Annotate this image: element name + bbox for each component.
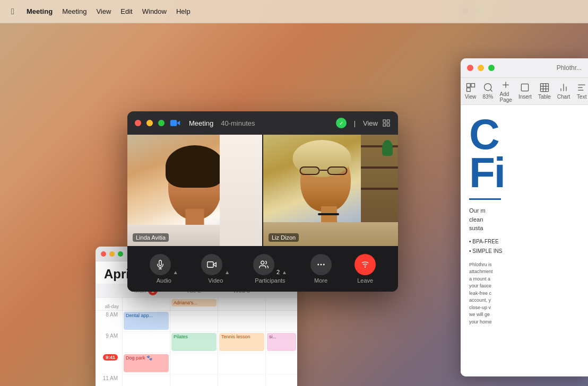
cal-dental-event[interactable]: Dental app...	[124, 312, 169, 330]
cal-10am-mon: Dog park 🐾	[122, 353, 170, 374]
menu-help[interactable]: Help	[176, 7, 191, 15]
cal-time-spacer	[96, 286, 122, 295]
video-control[interactable]: ▲ Video	[201, 254, 230, 284]
cal-allday-event[interactable]: Adriana's...	[171, 299, 217, 306]
text-label: Text	[577, 94, 586, 100]
video-chevron[interactable]: ▲	[224, 269, 230, 275]
audio-label: Audio	[157, 277, 171, 284]
zoom-window: Meeting 40-minutes ✓ | View	[127, 111, 398, 292]
svg-rect-10	[387, 124, 390, 126]
add-page-toolbar-item[interactable]: Add Page	[500, 80, 512, 103]
zoom-meeting-title: Meeting	[189, 119, 213, 127]
svg-point-15	[261, 261, 264, 264]
cal-10am-label: 9:41	[96, 353, 122, 370]
cal-pilates-event[interactable]: Pilates	[171, 333, 217, 351]
participant-video-linda: Linda Avitia	[127, 135, 263, 246]
menu-edit[interactable]: Edit	[120, 7, 132, 15]
pages-bullet-2: • SIMPLE INS	[469, 247, 580, 256]
minimize-button[interactable]	[478, 65, 484, 71]
cal-tennis-event[interactable]: Tennis lesson	[219, 333, 264, 351]
chart-toolbar-item[interactable]: Chart	[557, 82, 570, 100]
cal-10am-wed	[218, 353, 265, 374]
zoom-controls: ▲ Audio ▲ Video 2 ▲ Participants	[127, 246, 398, 292]
leave-control[interactable]: Leave	[354, 254, 376, 284]
audio-control[interactable]: ▲ Audio	[150, 254, 178, 284]
svg-point-16	[321, 264, 322, 265]
table-label: Table	[538, 94, 551, 100]
cal-9am-label: 9 AM	[96, 332, 122, 349]
zoom-grid-icon[interactable]	[382, 119, 391, 127]
participants-button-icon[interactable]	[253, 254, 274, 275]
cal-8am-label: 8 AM	[96, 311, 122, 328]
cal-dogpark-event[interactable]: Dog park 🐾	[124, 354, 169, 372]
more-button-icon[interactable]	[310, 254, 332, 275]
participant-video-liz: Liz Dizon	[263, 135, 398, 246]
apple-menu[interactable]: 	[8, 7, 17, 16]
svg-rect-4	[522, 84, 529, 91]
zoom-titlebar: Meeting 40-minutes ✓ | View	[127, 111, 398, 135]
zoom-icon	[170, 118, 180, 128]
video-button-icon[interactable]	[201, 254, 222, 275]
menu-meeting[interactable]: Meeting	[62, 7, 87, 15]
cal-maximize-button[interactable]	[118, 251, 123, 257]
svg-rect-5	[540, 84, 548, 92]
cal-11am-label: 11 AM	[96, 374, 122, 386]
zoom-label: 83%	[483, 94, 494, 100]
participant-name-liz: Liz Dizon	[269, 233, 299, 242]
zoom-close-button[interactable]	[135, 120, 141, 126]
chart-label: Chart	[557, 94, 570, 100]
window-title: Phlothr...	[557, 64, 582, 72]
svg-rect-14	[207, 262, 213, 268]
pages-toolbar: Phlothr... View 83% Add Page Insert Tabl…	[461, 58, 588, 105]
svg-point-19	[365, 267, 366, 268]
leave-label: Leave	[357, 277, 373, 284]
pages-big-letter: CFi	[469, 116, 580, 192]
participants-chevron[interactable]: ▲	[282, 269, 287, 275]
svg-point-3	[484, 84, 491, 91]
zoom-view-label[interactable]: View	[363, 119, 378, 127]
svg-rect-1	[471, 84, 475, 87]
cal-close-button[interactable]	[101, 251, 106, 257]
audio-chevron[interactable]: ▲	[173, 269, 178, 275]
cal-11am-tue	[170, 374, 218, 386]
text-toolbar-item[interactable]: Text	[576, 82, 587, 100]
view-toolbar-item[interactable]: View	[465, 82, 477, 100]
participant-name-linda: Linda Avitia	[133, 233, 169, 242]
cal-10am-tue	[170, 353, 218, 374]
leave-button-icon[interactable]	[354, 254, 376, 275]
zoom-toolbar-item[interactable]: 83%	[483, 82, 494, 100]
app-name[interactable]: Meeting	[27, 7, 53, 15]
zoom-view-section: ✓ | View	[336, 118, 391, 128]
pages-bullet-1: • BPA-FREE	[469, 237, 580, 247]
pages-subtitle: Our mcleansusta	[469, 206, 580, 233]
menu-window[interactable]: Window	[142, 7, 167, 15]
zoom-timer: 40-minutes	[221, 119, 255, 127]
view-label: View	[465, 94, 477, 100]
cal-current-time: 9:41	[103, 354, 118, 361]
menu-view[interactable]: View	[96, 7, 111, 15]
maximize-button[interactable]	[488, 65, 495, 71]
audio-button-icon[interactable]	[150, 254, 171, 275]
svg-rect-7	[383, 120, 386, 122]
cal-9am-mon	[122, 332, 170, 353]
zoom-participants: Linda Avitia	[127, 135, 398, 246]
close-button[interactable]	[467, 65, 473, 71]
cal-allday-row: all-day Adriana's...	[96, 298, 297, 311]
svg-rect-0	[466, 84, 470, 87]
cal-9am-wed: Tennis lesson	[218, 332, 265, 353]
cal-11am-extra	[265, 374, 297, 386]
cal-11am-wed	[218, 374, 265, 386]
pages-toolbar-row: View 83% Add Page Insert Table Chart	[461, 77, 588, 104]
cal-8am-mon: Dental app...	[122, 311, 170, 332]
cal-8am-extra	[265, 311, 297, 332]
cal-extra-event[interactable]: si...	[267, 333, 296, 351]
cal-time-grid: 8 AM Dental app... 9 AM Pilates Tennis l…	[96, 311, 297, 386]
add-page-label: Add Page	[500, 91, 512, 103]
more-control[interactable]: More	[310, 254, 332, 284]
zoom-minimize-button[interactable]	[146, 120, 153, 126]
cal-minimize-button[interactable]	[109, 251, 115, 257]
insert-toolbar-item[interactable]: Insert	[518, 82, 532, 100]
participants-control[interactable]: 2 ▲ Participants	[253, 254, 287, 284]
zoom-maximize-button[interactable]	[158, 120, 165, 126]
table-toolbar-item[interactable]: Table	[538, 82, 551, 100]
